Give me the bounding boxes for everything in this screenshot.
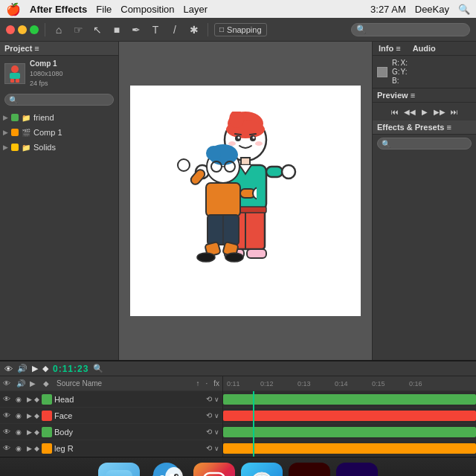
menu-item-composition[interactable]: Composition — [120, 4, 174, 15]
menu-time: 3:27 AM — [370, 4, 406, 15]
dock-item-ghost[interactable] — [146, 463, 187, 477]
minimize-button[interactable] — [18, 25, 27, 34]
track-bar-body — [223, 427, 476, 437]
track-body — [223, 424, 476, 440]
solo-icon[interactable]: ◉ — [16, 445, 25, 452]
eye-icon[interactable]: 👁 — [3, 444, 13, 452]
pen-icon[interactable]: ✒ — [129, 22, 144, 37]
walking-character-svg — [152, 144, 257, 263]
project-panel: Project ≡ Comp 1 1080x1080 24 fps 🔍 — [0, 42, 119, 360]
apple-menu[interactable]: 🍎 — [6, 2, 21, 16]
svg-rect-34 — [189, 168, 206, 187]
svg-line-12 — [235, 134, 241, 135]
dropdown-icon[interactable]: ∨ — [214, 445, 219, 452]
toolbar-search[interactable]: 🔍 — [351, 23, 470, 36]
svg-rect-1 — [10, 73, 20, 79]
eye-icon[interactable]: 👁 — [3, 411, 13, 419]
preview-play-btn[interactable]: ▶ — [419, 106, 431, 118]
ghost-icon — [146, 463, 187, 477]
list-item[interactable]: ▶ 📁 friend — [0, 110, 118, 125]
animated-character-overlay — [152, 144, 257, 263]
layer-color-body — [42, 427, 52, 437]
svg-rect-3 — [16, 79, 19, 83]
dropdown-icon[interactable]: ∨ — [214, 428, 219, 436]
tab-info[interactable]: Info ≡ — [373, 42, 407, 55]
playhead[interactable] — [253, 391, 254, 457]
list-item[interactable]: ▶ 📁 Solids — [0, 140, 118, 155]
eye-icon[interactable]: 👁 — [3, 395, 13, 403]
dock-item-safari[interactable] — [241, 463, 283, 477]
svg-point-29 — [206, 146, 221, 161]
dropdown-icon[interactable]: ∨ — [214, 412, 219, 419]
after-effects-icon: Ae — [344, 470, 370, 477]
hand-icon[interactable]: ☞ — [71, 22, 86, 37]
list-item[interactable]: ▶ 🎬 Comp 1 — [0, 125, 118, 140]
search-icon[interactable]: 🔍 — [93, 364, 103, 373]
table-row[interactable]: 👁 ◉ ▶ ◆ Body ⟲ ∨ — [0, 424, 222, 440]
marker-icon: ◆ — [34, 445, 39, 452]
snapping-button[interactable]: □ Snapping — [214, 23, 267, 36]
timeline-layers: 👁 🔊 ▶ ◆ Source Name ↑ · fx 👁 ◉ ▶ ◆ Head … — [0, 376, 223, 457]
track-area — [223, 391, 476, 457]
layer-color — [11, 144, 19, 151]
track-legr — [223, 440, 476, 457]
preview-first-btn[interactable]: ⏮ — [389, 106, 401, 118]
dock-item-instagram[interactable] — [193, 463, 235, 477]
preview-last-btn[interactable]: ⏭ — [448, 106, 460, 118]
expand-icon[interactable]: ▶ — [27, 428, 32, 436]
cycle-icon: ⟲ — [206, 428, 212, 436]
layer-list: ▶ 📁 friend ▶ 🎬 Comp 1 ▶ 📁 Solids — [0, 109, 118, 156]
info-audio-tabs: Info ≡ Audio — [373, 42, 476, 56]
layer-color-legr — [42, 443, 52, 454]
solo-icon[interactable]: ◉ — [16, 412, 25, 419]
menu-item-file[interactable]: File — [96, 4, 112, 15]
menu-item-ae[interactable]: After Effects — [30, 4, 87, 15]
dropdown-icon[interactable]: ∨ — [214, 396, 219, 403]
home-icon[interactable]: ⌂ — [51, 22, 66, 37]
eye-icon[interactable]: 👁 — [3, 428, 13, 436]
expand-icon[interactable]: ▶ — [27, 445, 32, 452]
dock-item-aftereffects[interactable]: Ae — [336, 463, 378, 477]
table-row[interactable]: 👁 ◉ ▶ ◆ leg R ⟲ ∨ — [0, 440, 222, 457]
track-bar-head — [223, 394, 476, 405]
close-button[interactable] — [6, 25, 15, 34]
shape-icon[interactable]: ■ — [109, 22, 124, 37]
expand-icon[interactable]: ▶ — [27, 396, 32, 403]
clone-icon[interactable]: ✱ — [187, 22, 202, 37]
timeline-col-header: 👁 🔊 ▶ ◆ Source Name ↑ · fx — [0, 376, 222, 391]
project-search[interactable]: 🔍 — [4, 94, 114, 106]
svg-point-42 — [197, 253, 215, 262]
table-row[interactable]: 👁 ◉ ▶ ◆ Head ⟲ ∨ — [0, 391, 222, 408]
text-icon[interactable]: T — [148, 22, 163, 37]
audio-icon: 🔊 — [17, 364, 28, 373]
preview-prev-btn[interactable]: ◀◀ — [404, 106, 416, 118]
color-info: R: X: G: Y: B: — [373, 56, 476, 89]
comp-icon: 🎬 — [22, 129, 30, 137]
effects-search[interactable]: 🔍 — [377, 138, 472, 149]
tab-audio[interactable]: Audio — [407, 42, 442, 55]
dock: Ai Ae — [0, 457, 476, 476]
project-comp-item[interactable]: Comp 1 1080x1080 24 fps — [0, 56, 118, 91]
svg-point-35 — [178, 159, 190, 171]
eye-col-icon: 👁 — [3, 379, 13, 387]
track-bar-face — [223, 411, 476, 421]
timeline-graph[interactable]: 0:11 0:12 0:13 0:14 0:15 0:16 — [223, 376, 476, 457]
marker-icon: ◆ — [34, 428, 39, 436]
table-row[interactable]: 👁 ◉ ▶ ◆ Face ⟲ ∨ — [0, 408, 222, 424]
menu-item-layer[interactable]: Layer — [184, 4, 208, 15]
expand-icon[interactable]: ▶ — [27, 412, 32, 419]
solo-icon[interactable]: ◉ — [16, 428, 25, 436]
dock-item-illustrator[interactable]: Ai — [289, 463, 330, 477]
maximize-button[interactable] — [30, 25, 39, 34]
menu-search-icon[interactable]: 🔍 — [458, 4, 470, 15]
dock-item-finder[interactable] — [98, 463, 140, 477]
comp-info: Comp 1 1080x1080 24 fps — [30, 59, 63, 88]
svg-point-10 — [238, 137, 240, 139]
layer-color-face — [42, 411, 52, 421]
brush-icon[interactable]: / — [167, 22, 182, 37]
color-swatch — [377, 67, 387, 77]
select-icon[interactable]: ↖ — [90, 22, 105, 37]
solo-icon[interactable]: ◉ — [16, 396, 25, 403]
svg-rect-0 — [11, 65, 19, 73]
preview-next-btn[interactable]: ▶▶ — [434, 106, 446, 118]
